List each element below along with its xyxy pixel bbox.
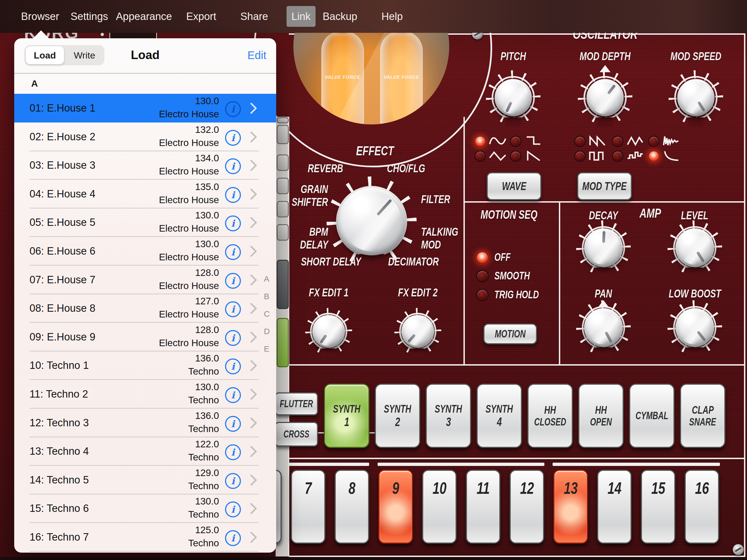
menu-item-appearance[interactable]: Appearance	[116, 0, 172, 33]
motion-mode-led-trig-hold[interactable]	[477, 290, 488, 300]
preset-row[interactable]: 02: E.House 2132.0Electro Housei	[14, 123, 276, 151]
wave-led-triangle[interactable]	[475, 152, 485, 161]
preset-row[interactable]: 13: Techno 4122.0Technoi	[14, 437, 276, 466]
occluded-button-dark[interactable]	[277, 260, 289, 309]
step-button-15[interactable]: 15	[641, 470, 675, 543]
info-icon[interactable]: i	[225, 387, 241, 403]
info-icon[interactable]: i	[225, 101, 241, 117]
bottom-band	[0, 557, 747, 560]
level-knob[interactable]	[667, 221, 722, 275]
motion-mode-label-smooth: SMOOTH	[494, 270, 582, 282]
effect-type-knob[interactable]	[327, 176, 417, 266]
motion-mode-led-smooth[interactable]	[477, 271, 488, 281]
flutter-button[interactable]: FLUTTER	[275, 392, 318, 415]
menu-item-browser[interactable]: Browser	[21, 0, 59, 33]
step-button-8[interactable]: 8	[335, 470, 369, 543]
info-icon[interactable]: i	[225, 358, 241, 374]
pitch-knob[interactable]	[486, 70, 541, 125]
wave-button[interactable]: WAVE	[487, 172, 541, 200]
occluded-button-green[interactable]	[277, 318, 289, 367]
index-letter-b[interactable]: B	[264, 292, 269, 301]
menu-item-share[interactable]: Share	[240, 0, 268, 33]
part-pad-synth-4[interactable]: SYNTH4	[476, 384, 522, 448]
info-icon[interactable]: i	[225, 416, 241, 432]
mod-type-led-saw-double[interactable]	[575, 137, 585, 146]
info-icon[interactable]: i	[225, 330, 241, 346]
mod-depth-knob[interactable]	[578, 70, 633, 125]
menu-item-settings[interactable]: Settings	[71, 0, 108, 33]
part-pad-synth-2[interactable]: SYNTH2	[375, 384, 420, 448]
step-button-10[interactable]: 10	[422, 470, 457, 543]
info-icon[interactable]: i	[225, 301, 241, 317]
part-pad-hh-closed[interactable]: HHCLOSED	[527, 384, 573, 448]
info-icon[interactable]: i	[225, 273, 241, 289]
load-popover: Load Write Load Edit A 01: E.House 1130.…	[14, 38, 276, 553]
mod-type-led-square-wave[interactable]	[575, 152, 585, 161]
preset-row[interactable]: 03: E.House 3134.0Electro Housei	[14, 151, 276, 180]
preset-row[interactable]: 14: Techno 5129.0Technoi	[14, 466, 276, 494]
step-button-7[interactable]: 7	[291, 470, 325, 543]
mod-speed-knob[interactable]	[669, 70, 723, 125]
occluded-tab[interactable]	[277, 125, 289, 144]
occluded-tab[interactable]	[277, 117, 289, 123]
fx-edit-2-knob[interactable]	[394, 308, 441, 355]
step-button-13[interactable]: 13	[553, 470, 588, 543]
preset-row[interactable]: 05: E.House 5130.0Electro Housei	[14, 208, 276, 237]
menu-item-backup[interactable]: Backup	[323, 0, 357, 33]
preset-row[interactable]: 06: E.House 6130.0Electro Housei	[14, 237, 276, 265]
decay-knob[interactable]	[576, 221, 631, 275]
step-button-16[interactable]: 16	[685, 470, 719, 543]
part-pad-synth-1[interactable]: SYNTH1	[324, 384, 369, 448]
cross-button[interactable]: CROSS	[275, 422, 318, 447]
low-boost-knob[interactable]	[667, 300, 722, 355]
info-icon[interactable]: i	[225, 187, 241, 203]
mod-type-led-sample-hold[interactable]	[613, 152, 622, 161]
pan-knob[interactable]	[576, 300, 631, 355]
preset-row[interactable]: 08: E.House 8127.0Electro Housei	[14, 294, 276, 323]
preset-row[interactable]: 01: E.House 1130.0Electro Housei	[14, 94, 276, 123]
motion-button[interactable]: MOTION	[483, 324, 537, 344]
info-icon[interactable]: i	[225, 530, 241, 546]
edit-button[interactable]: Edit	[248, 49, 266, 61]
info-icon[interactable]: i	[225, 444, 241, 460]
menu-item-export[interactable]: Export	[186, 0, 216, 33]
info-icon[interactable]: i	[225, 473, 241, 489]
preset-row[interactable]: 16: Techno 7125.0Technoi	[14, 523, 276, 552]
knob-body	[677, 79, 715, 116]
part-pad-hh-open[interactable]: HHOPEN	[578, 384, 624, 448]
info-icon[interactable]: i	[225, 158, 241, 174]
wave-led-sine[interactable]	[475, 137, 485, 146]
part-pad-cymbal[interactable]: CYMBAL	[629, 384, 674, 448]
mod-type-led-triangle-wave[interactable]	[613, 137, 622, 146]
wave-led-saw-down[interactable]	[511, 152, 520, 161]
preset-row[interactable]: 10: Techno 1136.0Technoi	[14, 351, 276, 380]
preset-row[interactable]: 09: E.House 9128.0Electro Housei	[14, 323, 276, 351]
fx-edit-1-knob[interactable]	[305, 308, 352, 355]
step-button-11[interactable]: 11	[466, 470, 500, 543]
step-button-12[interactable]: 12	[510, 470, 544, 543]
motion-mode-led-off[interactable]	[477, 252, 488, 263]
preset-row[interactable]: 04: E.House 4135.0Electro Housei	[14, 180, 276, 208]
preset-row[interactable]: 12: Techno 3136.0Technoi	[14, 408, 276, 437]
wave-led-square-pulse[interactable]	[511, 137, 520, 146]
preset-row[interactable]: 11: Techno 2130.0Technoi	[14, 380, 276, 408]
mod-type-led-decay-env[interactable]	[649, 152, 659, 161]
info-icon[interactable]: i	[225, 130, 241, 146]
step-button-9[interactable]: 9	[379, 470, 413, 543]
part-pad-synth-3[interactable]: SYNTH3	[426, 384, 471, 448]
preset-row[interactable]: 07: E.House 7128.0Electro Housei	[14, 265, 276, 294]
part-pad-clap-snare[interactable]: CLAPSNARE	[680, 384, 725, 448]
index-letter-d[interactable]: D	[264, 327, 270, 336]
step-button-14[interactable]: 14	[597, 470, 632, 543]
index-letter-c[interactable]: C	[264, 309, 270, 319]
mod-type-button[interactable]: MOD TYPE	[577, 172, 632, 200]
index-letter-e[interactable]: E	[264, 344, 269, 354]
preset-row[interactable]: 15: Techno 6130.0Technoi	[14, 494, 276, 523]
menu-item-link[interactable]: Link	[287, 6, 315, 27]
info-icon[interactable]: i	[225, 215, 241, 231]
info-icon[interactable]: i	[225, 502, 241, 517]
index-letter-a[interactable]: A	[264, 274, 269, 284]
mod-type-led-noise[interactable]	[649, 137, 659, 146]
menu-item-help[interactable]: Help	[381, 0, 403, 33]
info-icon[interactable]: i	[225, 244, 241, 260]
